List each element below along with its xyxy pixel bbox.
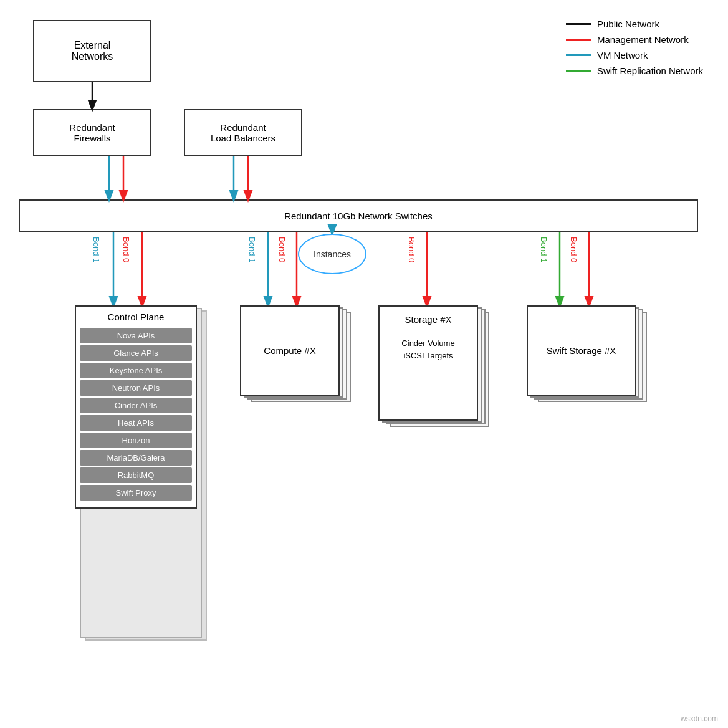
compute-label: Compute #X <box>264 345 315 356</box>
swift-storage-label: Swift Storage #X <box>547 345 616 356</box>
cp-row-horizon: Horizon <box>80 433 192 448</box>
switches-bar: Redundant 10Gb Network Switches <box>19 199 698 232</box>
redundant-firewalls-box: RedundantFirewalls <box>33 109 151 156</box>
legend-label-public: Public Network <box>597 19 659 29</box>
bond1-swift-label: Bond 1 <box>539 237 548 262</box>
diagram-container: Public Network Management Network VM Net… <box>0 0 728 728</box>
external-networks-box: ExternalNetworks <box>33 20 151 82</box>
storage-stacked: Storage #X Cinder VolumeiSCSI Targets <box>378 305 487 430</box>
storage-main: Storage #X Cinder VolumeiSCSI Targets <box>378 305 478 421</box>
legend-item-swift: Swift Replication Network <box>566 65 703 76</box>
cp-row-mariadb: MariaDB/Galera <box>80 450 192 466</box>
legend-line-swift <box>566 70 591 72</box>
legend: Public Network Management Network VM Net… <box>566 19 703 76</box>
instances-ellipse: Instances <box>298 234 366 274</box>
storage-sub: Cinder VolumeiSCSI Targets <box>401 337 454 362</box>
cp-row-cinder: Cinder APIs <box>80 398 192 413</box>
storage-label: Storage #X <box>405 314 451 325</box>
cp-row-glance: Glance APIs <box>80 345 192 361</box>
cp-title: Control Plane <box>76 307 196 326</box>
bond0-compute-label: Bond 0 <box>277 237 287 262</box>
legend-label-vm: VM Network <box>597 50 648 60</box>
legend-line-vm <box>566 54 591 56</box>
switches-label: Redundant 10Gb Network Switches <box>284 211 433 221</box>
swift-storage-stacked: Swift Storage #X <box>527 305 651 405</box>
redundant-firewalls-label: RedundantFirewalls <box>69 122 115 143</box>
bond0-cp-label: Bond 0 <box>122 237 131 262</box>
cp-row-heat: Heat APIs <box>80 415 192 431</box>
bond0-storage-label: Bond 0 <box>407 237 416 262</box>
cp-row-swift-proxy: Swift Proxy <box>80 485 192 501</box>
compute-main: Compute #X <box>240 305 340 396</box>
watermark: wsxdn.com <box>681 714 718 723</box>
legend-label-management: Management Network <box>597 34 689 45</box>
bond1-compute-label: Bond 1 <box>247 237 257 262</box>
cp-row-rabbitmq: RabbitMQ <box>80 467 192 483</box>
redundant-lb-box: RedundantLoad Balancers <box>184 109 302 156</box>
legend-item-public: Public Network <box>566 19 703 29</box>
legend-item-management: Management Network <box>566 34 703 45</box>
bond1-cp-label: Bond 1 <box>92 237 101 262</box>
cp-row-keystone: Keystone APIs <box>80 363 192 378</box>
legend-line-public <box>566 23 591 25</box>
control-plane-box: Control Plane Nova APIs Glance APIs Keys… <box>75 305 197 509</box>
bond0-swift-label: Bond 0 <box>569 237 578 262</box>
swift-storage-main: Swift Storage #X <box>527 305 636 396</box>
instances-label: Instances <box>314 249 351 259</box>
legend-item-vm: VM Network <box>566 50 703 60</box>
cp-row-nova: Nova APIs <box>80 328 192 343</box>
cp-main: Control Plane Nova APIs Glance APIs Keys… <box>75 305 197 509</box>
redundant-lb-label: RedundantLoad Balancers <box>211 122 275 143</box>
compute-stacked: Compute #X <box>240 305 349 405</box>
legend-label-swift: Swift Replication Network <box>597 65 703 76</box>
cp-row-neutron: Neutron APIs <box>80 380 192 396</box>
legend-line-management <box>566 39 591 41</box>
external-networks-label: ExternalNetworks <box>72 40 113 62</box>
